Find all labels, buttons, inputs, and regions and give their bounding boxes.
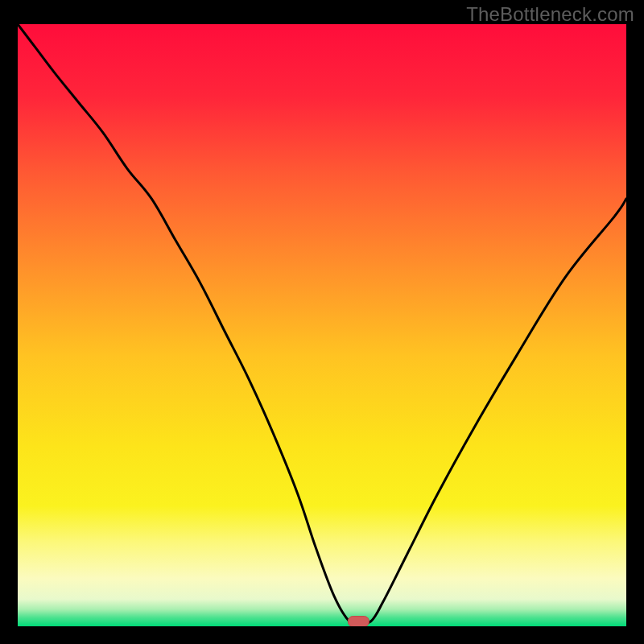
watermark-text: TheBottleneck.com xyxy=(466,3,634,26)
bottleneck-chart xyxy=(18,24,626,626)
optimal-point-marker xyxy=(348,617,369,626)
plot-area xyxy=(18,24,626,626)
chart-frame: TheBottleneck.com xyxy=(0,0,644,644)
